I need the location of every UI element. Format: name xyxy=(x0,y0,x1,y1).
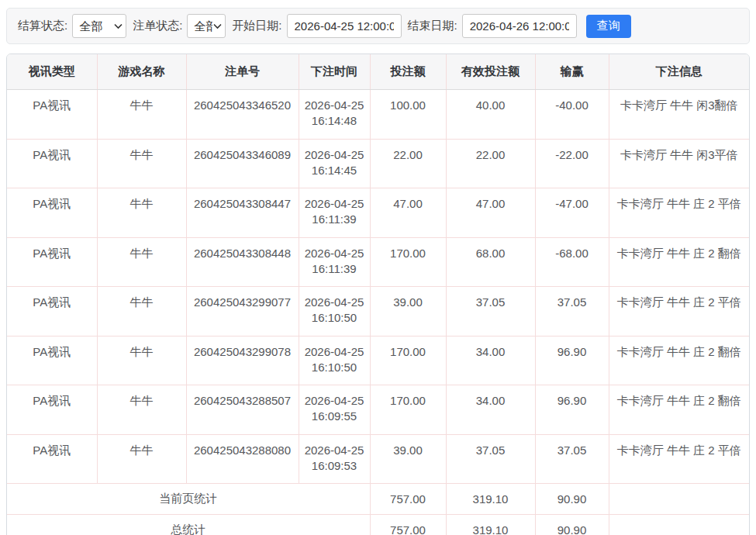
cell-bet-amount: 100.00 xyxy=(370,90,446,140)
cell-bet-info: 卡卡湾厅 牛牛 闲3翻倍 xyxy=(609,90,749,140)
cell-game-name: 牛牛 xyxy=(97,90,186,140)
cell-bet-id: 260425043288080 xyxy=(186,434,299,484)
grand-summary-label: 总统计 xyxy=(7,515,370,535)
cell-win-loss: -40.00 xyxy=(535,90,609,140)
cell-win-loss: 37.05 xyxy=(535,287,609,337)
cell-bet-info: 卡卡湾厅 牛牛 庄 2 平倍 xyxy=(609,188,749,238)
cell-win-loss: -68.00 xyxy=(535,237,609,287)
table-row: PA视讯牛牛2604250433084472026-04-25 16:11:39… xyxy=(7,188,749,238)
column-header-bet-time: 下注时间 xyxy=(299,54,370,90)
cell-bet-id: 260425043308447 xyxy=(186,188,299,238)
column-header-bet-amount: 投注额 xyxy=(370,54,446,90)
start-date-input[interactable] xyxy=(287,14,402,38)
cell-game-name: 牛牛 xyxy=(97,287,186,337)
grand-summary-valid-bet-total: 319.10 xyxy=(446,515,535,535)
cell-valid-bet-amount: 40.00 xyxy=(446,90,535,140)
cell-bet-amount: 39.00 xyxy=(370,434,446,484)
cell-video-type: PA视讯 xyxy=(7,336,97,385)
table-row: PA视讯牛牛2604250433460892026-04-25 16:14:45… xyxy=(7,139,749,188)
cell-bet-amount: 170.00 xyxy=(370,237,446,287)
cell-game-name: 牛牛 xyxy=(97,237,186,287)
cell-bet-time: 2026-04-25 16:09:55 xyxy=(299,385,370,435)
cell-game-name: 牛牛 xyxy=(97,139,186,188)
grand-summary-bet-total: 757.00 xyxy=(370,515,446,535)
cell-video-type: PA视讯 xyxy=(7,139,97,188)
cell-valid-bet-amount: 37.05 xyxy=(446,287,535,337)
cell-video-type: PA视讯 xyxy=(7,237,97,287)
table-header-row: 视讯类型游戏名称注单号下注时间投注额有效投注额输赢下注信息 xyxy=(7,54,749,90)
table-row: PA视讯牛牛2604250432990772026-04-25 16:10:50… xyxy=(7,287,749,337)
cell-bet-time: 2026-04-25 16:11:39 xyxy=(299,188,370,238)
order-status-select[interactable]: 全部 xyxy=(187,14,226,38)
table-row: PA视讯牛牛2604250433465202026-04-25 16:14:48… xyxy=(7,90,749,140)
settle-status-select-wrap: 全部 xyxy=(72,14,126,38)
cell-bet-amount: 22.00 xyxy=(370,139,446,188)
cell-video-type: PA视讯 xyxy=(7,434,97,484)
column-header-bet-id: 注单号 xyxy=(186,54,299,90)
page-summary-win-loss-total: 90.90 xyxy=(535,484,609,515)
cell-valid-bet-amount: 34.00 xyxy=(446,336,535,385)
column-header-win-loss: 输赢 xyxy=(535,54,609,90)
order-status-label: 注单状态: xyxy=(133,19,182,33)
cell-bet-info: 卡卡湾厅 牛牛 庄 2 翻倍 xyxy=(609,237,749,287)
cell-video-type: PA视讯 xyxy=(7,188,97,238)
table-body: PA视讯牛牛2604250433465202026-04-25 16:14:48… xyxy=(7,90,749,484)
table-row: PA视讯牛牛2604250432880802026-04-25 16:09:53… xyxy=(7,434,749,484)
cell-valid-bet-amount: 68.00 xyxy=(446,237,535,287)
cell-game-name: 牛牛 xyxy=(97,385,186,435)
cell-win-loss: 96.90 xyxy=(535,385,609,435)
cell-win-loss: -22.00 xyxy=(535,139,609,188)
cell-valid-bet-amount: 34.00 xyxy=(446,385,535,435)
cell-video-type: PA视讯 xyxy=(7,385,97,435)
cell-bet-info: 卡卡湾厅 牛牛 庄 2 翻倍 xyxy=(609,336,749,385)
cell-bet-info: 卡卡湾厅 牛牛 庄 2 平倍 xyxy=(609,434,749,484)
start-date-label: 开始日期: xyxy=(232,19,281,33)
settle-status-select[interactable]: 全部 xyxy=(72,14,126,38)
cell-win-loss: 96.90 xyxy=(535,336,609,385)
cell-bet-amount: 170.00 xyxy=(370,336,446,385)
cell-bet-id: 260425043346520 xyxy=(186,90,299,140)
cell-valid-bet-amount: 37.05 xyxy=(446,434,535,484)
page-summary-bet-total: 757.00 xyxy=(370,484,446,515)
cell-bet-info: 卡卡湾厅 牛牛 庄 2 翻倍 xyxy=(609,385,749,435)
column-header-valid-bet-amount: 有效投注额 xyxy=(446,54,535,90)
cell-game-name: 牛牛 xyxy=(97,434,186,484)
cell-bet-id: 260425043299078 xyxy=(186,336,299,385)
column-header-game-name: 游戏名称 xyxy=(97,54,186,90)
column-header-bet-info: 下注信息 xyxy=(609,54,749,90)
column-header-video-type: 视讯类型 xyxy=(7,54,97,90)
cell-bet-time: 2026-04-25 16:10:50 xyxy=(299,336,370,385)
cell-bet-id: 260425043288507 xyxy=(186,385,299,435)
grand-summary-info-empty xyxy=(609,515,749,535)
cell-valid-bet-amount: 22.00 xyxy=(446,139,535,188)
end-date-input[interactable] xyxy=(462,14,577,38)
query-button[interactable]: 查询 xyxy=(586,15,631,38)
page-summary-label: 当前页统计 xyxy=(7,484,370,515)
cell-bet-id: 260425043346089 xyxy=(186,139,299,188)
cell-bet-time: 2026-04-25 16:14:48 xyxy=(299,90,370,140)
cell-bet-time: 2026-04-25 16:10:50 xyxy=(299,287,370,337)
table-row: PA视讯牛牛2604250433084482026-04-25 16:11:39… xyxy=(7,237,749,287)
cell-bet-info: 卡卡湾厅 牛牛 庄 2 平倍 xyxy=(609,287,749,337)
table-row: PA视讯牛牛2604250432885072026-04-25 16:09:55… xyxy=(7,385,749,435)
end-date-label: 结束日期: xyxy=(408,19,457,33)
cell-bet-id: 260425043308448 xyxy=(186,237,299,287)
cell-game-name: 牛牛 xyxy=(97,336,186,385)
cell-win-loss: -47.00 xyxy=(535,188,609,238)
cell-video-type: PA视讯 xyxy=(7,287,97,337)
grand-summary-win-loss-total: 90.90 xyxy=(535,515,609,535)
cell-video-type: PA视讯 xyxy=(7,90,97,140)
cell-bet-info: 卡卡湾厅 牛牛 闲3平倍 xyxy=(609,139,749,188)
filter-bar: 结算状态: 全部 注单状态: 全部 开始日期: 结束日期: 查询 xyxy=(6,8,750,44)
cell-game-name: 牛牛 xyxy=(97,188,186,238)
cell-bet-amount: 39.00 xyxy=(370,287,446,337)
order-status-select-wrap: 全部 xyxy=(187,14,226,38)
cell-bet-time: 2026-04-25 16:14:45 xyxy=(299,139,370,188)
cell-bet-time: 2026-04-25 16:09:53 xyxy=(299,434,370,484)
bet-records-table: 视讯类型游戏名称注单号下注时间投注额有效投注额输赢下注信息 PA视讯牛牛2604… xyxy=(7,54,749,535)
page-summary-row: 当前页统计 757.00 319.10 90.90 xyxy=(7,484,749,515)
page-summary-info-empty xyxy=(609,484,749,515)
bet-records-table-container: 视讯类型游戏名称注单号下注时间投注额有效投注额输赢下注信息 PA视讯牛牛2604… xyxy=(6,54,750,535)
settle-status-label: 结算状态: xyxy=(18,19,67,33)
table-row: PA视讯牛牛2604250432990782026-04-25 16:10:50… xyxy=(7,336,749,385)
